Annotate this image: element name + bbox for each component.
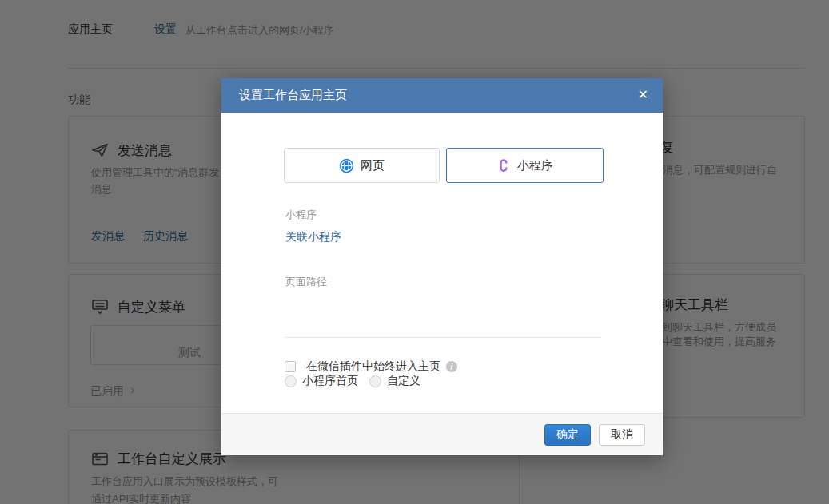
- miniprogram-icon: [496, 158, 511, 173]
- close-icon[interactable]: ✕: [638, 86, 648, 104]
- modal-footer: 确定 取消: [221, 413, 663, 455]
- cancel-button[interactable]: 取消: [599, 424, 645, 446]
- tab-miniprogram-label: 小程序: [517, 158, 553, 173]
- tab-webpage-label: 网页: [361, 158, 385, 173]
- info-icon[interactable]: i: [446, 361, 457, 372]
- radio-custom-label: 自定义: [387, 374, 420, 388]
- radio-custom[interactable]: 自定义: [369, 374, 420, 388]
- confirm-button[interactable]: 确定: [544, 424, 591, 446]
- miniprogram-section-label: 小程序: [285, 208, 317, 222]
- tab-miniprogram[interactable]: 小程序: [446, 148, 604, 183]
- radio-miniprogram-home[interactable]: 小程序首页: [285, 374, 358, 388]
- link-miniprogram[interactable]: 关联小程序: [285, 230, 341, 244]
- homepage-type-tabs: 网页 小程序: [284, 148, 604, 183]
- globe-icon: [339, 158, 354, 173]
- radio-circle-icon: [369, 375, 381, 387]
- tab-webpage[interactable]: 网页: [284, 148, 440, 183]
- radio-circle-icon: [285, 375, 297, 387]
- modal-title: 设置工作台应用主页: [239, 88, 347, 103]
- page-path-options: 小程序首页 自定义: [285, 374, 420, 388]
- page-path-label: 页面路径: [285, 275, 327, 289]
- modal-header: 设置工作台应用主页 ✕: [221, 78, 663, 113]
- always-enter-home-label: 在微信插件中始终进入主页: [306, 359, 440, 374]
- always-enter-home-checkbox[interactable]: [285, 361, 296, 372]
- set-homepage-modal: 设置工作台应用主页 ✕ 网页: [221, 78, 663, 455]
- always-enter-home-row: 在微信插件中始终进入主页 i: [285, 359, 457, 374]
- radio-miniprogram-home-label: 小程序首页: [302, 374, 358, 388]
- modal-divider: [285, 337, 601, 338]
